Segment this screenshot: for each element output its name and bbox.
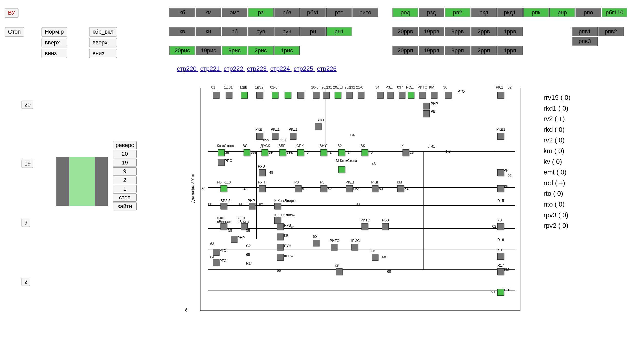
relay-род[interactable]: род [393, 8, 418, 17]
page-link-стр223[interactable]: стр223 [247, 65, 268, 72]
relay-кв[interactable]: кв [169, 27, 195, 36]
diagram-label: ДУСК [260, 144, 270, 148]
status-rkd: rkd ( 0) [544, 124, 570, 135]
relay-кн[interactable]: кн [196, 27, 221, 36]
diagram-label: РИТО [330, 239, 339, 243]
floor-btn-стоп[interactable]: стоп [113, 193, 137, 202]
relay-рпв3[interactable]: рпв3 [572, 37, 598, 46]
status-rto: rto ( 0) [544, 188, 570, 199]
relay-1рис[interactable]: 1рис [274, 46, 300, 55]
page-link-стр224[interactable]: стр224 [270, 65, 291, 72]
relay-20ррп[interactable]: 20ррп [393, 46, 418, 55]
relay-эмт[interactable]: эмт [222, 8, 247, 17]
page-links: стр220 стр221 стр222 стр223 стр224 стр22… [177, 65, 339, 72]
relay-1ррп[interactable]: 1ррп [497, 46, 523, 55]
relay-рбг110[interactable]: рбг110 [602, 8, 627, 17]
relay-рб[interactable]: рб [222, 27, 247, 36]
diagram-label: 39 [269, 150, 273, 154]
diagram-node-rbg110 [220, 185, 227, 192]
down2-button[interactable]: вниз [89, 49, 117, 58]
diagram-label: РЗ [294, 180, 299, 184]
relay-19ррп[interactable]: 19ррп [419, 46, 444, 55]
vu-button[interactable]: ВУ [5, 8, 18, 17]
relay-9ррп[interactable]: 9ррп [445, 46, 470, 55]
relay-рв2[interactable]: рв2 [445, 8, 470, 17]
diagram-node-1ДШ [241, 92, 248, 99]
floor-btn-реверс[interactable]: реверс [113, 141, 137, 149]
diagram-node-РКД1 [346, 185, 353, 192]
relay-рпв1[interactable]: рпв1 [572, 27, 598, 36]
relay-2ррп[interactable]: 2ррп [471, 46, 497, 55]
diagram-label: 62 [492, 224, 496, 228]
relay-рун[interactable]: рун [274, 27, 300, 36]
page-link-стр221[interactable]: стр221 [200, 65, 222, 72]
relay-рн1[interactable]: рн1 [326, 27, 352, 36]
diagram-label: КМ [397, 180, 402, 184]
relay-2ррв[interactable]: 2ррв [471, 27, 497, 36]
relay-19рис[interactable]: 19рис [196, 46, 221, 55]
floor-btn-зайти[interactable]: зайти [113, 202, 137, 210]
page-link-стр220[interactable]: стр220 [177, 65, 198, 72]
diagram-node-20ДШ [335, 92, 341, 99]
relay-кб[interactable]: кб [169, 8, 195, 17]
diagram-label: 36 [443, 85, 447, 89]
down1-button[interactable]: вниз [42, 49, 67, 58]
relay-рито[interactable]: рито [353, 8, 378, 17]
relay-рпв2[interactable]: рпв2 [598, 27, 624, 36]
diagram-label: 57 [259, 203, 263, 207]
floor-btn-1[interactable]: 1 [113, 185, 137, 193]
diagram-label: РУВ [258, 164, 265, 168]
page-link-стр225[interactable]: стр225 [294, 65, 315, 72]
relay-рзд[interactable]: рзд [419, 8, 444, 17]
diagram-node-ВБР [279, 149, 286, 156]
diagram-label: 01 [211, 85, 215, 89]
relay-рбз1[interactable]: рбз1 [300, 8, 326, 17]
page-link-стр222[interactable]: стр222 [224, 65, 245, 72]
status-rrv19: rrv19 ( 0) [544, 92, 570, 103]
floor-btn-2[interactable]: 2 [113, 176, 137, 184]
floor-indicator-19[interactable]: 19 [22, 160, 33, 168]
relay-20рис[interactable]: 20рис [169, 46, 195, 55]
kbr-on-button[interactable]: кбр_вкл [89, 27, 117, 36]
relay-км[interactable]: км [196, 8, 221, 17]
diagram-label: R17 [497, 263, 504, 267]
diagram-label: 38 [225, 150, 229, 154]
diagram-label: КВ [371, 249, 375, 253]
diagram-node-ДУСК [261, 149, 268, 156]
lift-car-graphic [56, 157, 108, 206]
diagram-node-dk1 [315, 123, 321, 130]
diagram-label: РКД [255, 127, 262, 131]
relay-9рис[interactable]: 9рис [222, 46, 247, 55]
relay-19ррв[interactable]: 19ррв [419, 27, 444, 36]
relay-рпк[interactable]: рпк [523, 8, 549, 17]
floor-indicator-9[interactable]: 9 [22, 219, 30, 227]
relay-9ррв[interactable]: 9ррв [445, 27, 470, 36]
relay-рпо[interactable]: рпо [576, 8, 601, 17]
relay-2рис[interactable]: 2рис [248, 46, 274, 55]
diagram-label: РУН [284, 244, 291, 248]
relay-рто[interactable]: рто [326, 8, 352, 17]
diagram-label: РНР [431, 102, 438, 106]
relay-ркд[interactable]: ркд [471, 8, 497, 17]
relay-рз[interactable]: рз [248, 8, 274, 17]
up1-button[interactable]: вверх [42, 38, 67, 47]
page-link-стр226[interactable]: стр226 [317, 65, 336, 72]
floor-indicator-20[interactable]: 20 [22, 101, 33, 109]
floor-btn-19[interactable]: 19 [113, 159, 137, 167]
norm-r-button[interactable]: Норм.р [42, 27, 67, 36]
diagram-label: 60 [313, 235, 317, 239]
up2-button[interactable]: вверх [89, 38, 117, 47]
floor-indicator-2[interactable]: 2 [22, 278, 30, 286]
relay-рбз[interactable]: рбз [274, 8, 300, 17]
floor-btn-20[interactable]: 20 [113, 150, 137, 158]
diagram-node-ВК [361, 149, 368, 156]
stop-button[interactable]: Стоп [5, 27, 24, 36]
floor-btn-9[interactable]: 9 [113, 167, 137, 176]
relay-рув[interactable]: рув [248, 27, 274, 36]
diagram-node-km2 [497, 268, 504, 275]
relay-рнр[interactable]: рнр [549, 8, 575, 17]
relay-1ррв[interactable]: 1ррв [497, 27, 523, 36]
relay-рн[interactable]: рн [300, 27, 326, 36]
relay-20ррв[interactable]: 20ррв [393, 27, 418, 36]
relay-ркд1[interactable]: ркд1 [497, 8, 523, 17]
